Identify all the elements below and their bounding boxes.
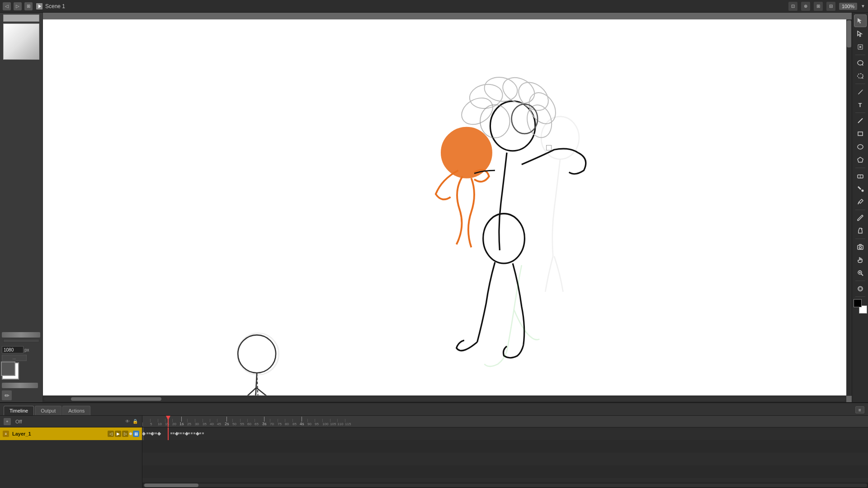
- play-btn[interactable]: ▶: [115, 431, 121, 437]
- timeline-content: + Off 👁 🔒 ≡ Layer_1 ◁ ▶ ▷: [0, 416, 868, 488]
- bottom-section: Timeline Output Actions ≡ + Off 👁 🔒 ≡ La…: [0, 402, 868, 488]
- sub-scroll[interactable]: [3, 339, 39, 343]
- ruler-mark-0: [142, 422, 143, 426]
- ellipse-tool-btn[interactable]: [854, 141, 867, 153]
- hscroll-track[interactable]: [143, 483, 867, 487]
- svg-point-14: [524, 102, 555, 140]
- grid-btn[interactable]: ⊞: [24, 2, 33, 10]
- icon1[interactable]: ⊡: [788, 2, 797, 11]
- playhead-track: [168, 427, 169, 440]
- layer-marker-btn[interactable]: ▦: [133, 431, 139, 437]
- value-input[interactable]: 1080: [2, 346, 24, 353]
- subselection-icon: [857, 30, 864, 38]
- svg-rect-30: [858, 132, 863, 136]
- fg-color-swatch[interactable]: [1, 361, 15, 376]
- fill-tool-btn[interactable]: [854, 183, 867, 195]
- timeline-ruler[interactable]: 5 10 15 20 1s 25 30 35 40 45 2s 50 55 60…: [142, 416, 868, 427]
- ruler-numbers: 5 10 15 20 1s 25 30 35 40 45 2s 50 55 60…: [142, 416, 868, 427]
- color-preview[interactable]: [3, 23, 39, 60]
- timeline-menu-btn[interactable]: ≡: [855, 406, 864, 413]
- bg-color-swatch[interactable]: [2, 362, 19, 380]
- color-swatch-top[interactable]: [3, 14, 39, 22]
- hscroll-thumb[interactable]: [71, 397, 161, 401]
- ruler-mark-100: 100: [322, 419, 328, 426]
- svg-line-6: [243, 392, 257, 395]
- svg-line-24: [257, 374, 258, 395]
- layer-row-1[interactable]: ≡ Layer_1 ◁ ▶ ▷ ▦: [0, 427, 142, 440]
- canvas-white[interactable]: [43, 19, 846, 395]
- lasso2-icon: [857, 72, 864, 80]
- eye-btn[interactable]: 👁: [124, 418, 131, 425]
- line-tool-btn[interactable]: [854, 114, 867, 127]
- layer-add-btn[interactable]: +: [4, 418, 11, 425]
- lock-btn[interactable]: 🔒: [132, 418, 138, 425]
- brush-tool-btn[interactable]: [854, 211, 867, 224]
- add-keyframe-btn[interactable]: [129, 432, 132, 435]
- ruler-mark-75: 75: [278, 419, 282, 426]
- text-tool-btn[interactable]: T: [854, 99, 867, 111]
- rect-tool-btn[interactable]: [854, 127, 867, 140]
- onion-icon: [857, 285, 864, 292]
- polygon-tool-btn[interactable]: [854, 154, 867, 166]
- subselection-tool-btn[interactable]: [854, 28, 867, 40]
- left-middle: [0, 330, 42, 344]
- scroll-indicator[interactable]: [2, 332, 40, 338]
- transform-tool-btn[interactable]: [854, 41, 867, 53]
- svg-line-29: [858, 118, 863, 123]
- camera-icon: [857, 243, 864, 250]
- scene-icon: [35, 2, 43, 10]
- prev-frame-btn[interactable]: ◁: [108, 431, 114, 437]
- zoom-tool-btn[interactable]: [854, 267, 867, 279]
- canvas-vscroll: [846, 19, 852, 396]
- timeline-hscroll: [142, 483, 868, 488]
- back-btn[interactable]: ◁: [3, 2, 11, 10]
- forward-btn[interactable]: ▷: [14, 2, 22, 10]
- zoom-dropdown-arrow[interactable]: ▼: [861, 4, 865, 9]
- zoom-display[interactable]: 100%: [839, 3, 857, 10]
- hand-tool-btn[interactable]: [854, 253, 867, 266]
- scroll-bar-2-inner[interactable]: [2, 383, 38, 388]
- onion-skin-btn[interactable]: [854, 282, 867, 295]
- svg-line-26: [862, 64, 863, 66]
- keyframes-row: [142, 427, 868, 440]
- color-swatch-area: [854, 299, 867, 314]
- px-label: px: [24, 347, 29, 352]
- timeline-track-area[interactable]: [142, 427, 868, 483]
- kf-6: [153, 432, 155, 434]
- icon2[interactable]: ⊕: [801, 2, 810, 11]
- char-head: [490, 101, 535, 151]
- pen-tool-btn[interactable]: [854, 85, 867, 98]
- tab-actions[interactable]: Actions: [62, 406, 90, 415]
- dots-btn[interactable]: ...: [2, 355, 27, 361]
- tool-sep-1: [855, 55, 865, 55]
- ink-tool-btn[interactable]: [854, 225, 867, 237]
- fg-color-btn[interactable]: [854, 299, 862, 307]
- icon4[interactable]: ⊟: [826, 2, 835, 11]
- ruler-mark-90: 90: [307, 419, 311, 426]
- icon3[interactable]: ⊞: [814, 2, 823, 11]
- hscroll-thumb[interactable]: [144, 483, 198, 487]
- eraser-tool-btn[interactable]: [854, 169, 867, 182]
- next-frame-btn[interactable]: ▷: [122, 431, 128, 437]
- vscroll-thumb[interactable]: [847, 20, 851, 47]
- canvas-main: [43, 13, 852, 402]
- eyedropper-tool-btn[interactable]: [854, 196, 867, 208]
- lasso-tool-btn[interactable]: [854, 56, 867, 69]
- ruler-mark-45: 45: [217, 419, 221, 426]
- svg-point-8: [457, 93, 498, 130]
- ruler-mark-25: 25: [187, 419, 191, 426]
- rect-icon: [857, 130, 864, 137]
- tool-sep-3: [855, 113, 865, 113]
- pencil-btn[interactable]: ✏: [2, 390, 12, 400]
- ruler-mark-4s: 4s: [300, 417, 304, 426]
- tab-output[interactable]: Output: [35, 406, 61, 415]
- tab-timeline[interactable]: Timeline: [4, 406, 34, 415]
- selection-tool-btn[interactable]: [854, 14, 867, 27]
- dots-row: ...: [2, 355, 41, 361]
- lasso2-tool-btn[interactable]: [854, 70, 867, 82]
- zoom-icon: [857, 269, 864, 277]
- camera-tool-btn[interactable]: [854, 240, 867, 253]
- svg-line-37: [858, 202, 859, 204]
- pen-icon: [857, 88, 864, 95]
- ruler-mark-50: 50: [232, 419, 236, 426]
